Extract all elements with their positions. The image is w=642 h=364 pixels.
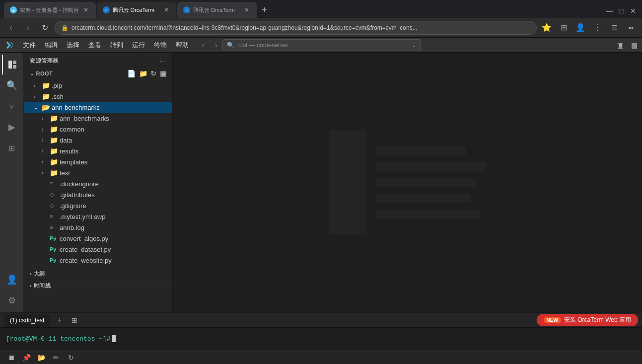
tab-2-close[interactable]: ✕	[162, 6, 170, 14]
dockerignore-label: .dockerignore	[60, 180, 99, 188]
outline-section[interactable]: › 大纲	[24, 268, 172, 280]
extensions-button[interactable]: ⊞	[557, 21, 571, 35]
layout-editor-toggle[interactable]: ▣	[614, 39, 626, 51]
menu-select[interactable]: 选择	[63, 39, 83, 52]
profile-button[interactable]: 👤	[573, 21, 587, 35]
search-forward-button[interactable]: ›	[211, 40, 221, 51]
ann-benchmarks-chevron: ⌄	[34, 105, 42, 110]
terminal-content: [root@VM-0-11-tencentos ~]#	[0, 327, 642, 350]
test-label: test	[60, 169, 70, 177]
new-folder-icon[interactable]: 📁	[139, 70, 148, 77]
gitattributes-icon: ◇	[50, 191, 58, 198]
browser-close[interactable]: ✕	[628, 6, 638, 16]
activity-explorer[interactable]	[2, 55, 22, 74]
placeholder-line-3	[376, 178, 476, 187]
sidebar-more-actions[interactable]: ···	[160, 57, 166, 65]
tab-2[interactable]: ○ 腾讯云 OrcaTerm ✕	[97, 2, 176, 18]
vscode-logo	[2, 38, 18, 52]
activity-settings[interactable]: ⚙	[2, 291, 22, 310]
root-section-header[interactable]: ⌄ ROOT 📄 📁 ↻ ▣	[24, 67, 172, 80]
new-file-icon[interactable]: 📄	[127, 70, 136, 77]
menu-edit[interactable]: 编辑	[41, 39, 62, 52]
search-back-button[interactable]: ‹	[198, 40, 209, 51]
results-label: results	[60, 147, 78, 155]
tab-1-icon: ☁	[10, 6, 17, 13]
tab-3[interactable]: ○ 腾讯云 OrcaTerm ✕	[177, 2, 257, 18]
menu-file[interactable]: 文件	[19, 39, 40, 52]
tree-item-test[interactable]: › 📁 test	[24, 167, 172, 178]
activity-source-control[interactable]: ⑂	[2, 96, 22, 116]
terminal-toolbar-pin[interactable]: 📌	[21, 352, 32, 363]
address-bar[interactable]: 🔒 orcaterm.cloud.tencent.com/terminal?in…	[55, 21, 537, 35]
annblog-icon: ≡	[50, 224, 58, 231]
tree-item-gitignore[interactable]: ◇ .gitignore	[24, 200, 172, 211]
split-terminal-button[interactable]: ⊞	[69, 315, 80, 326]
vscode-search-dropdown[interactable]: ⌄	[412, 42, 417, 49]
tree-item-templates[interactable]: › 📁 templates	[24, 156, 172, 167]
sidebar-toggle[interactable]: ☰	[607, 21, 621, 35]
browser-tab-bar: ☁ 实例 - 云服务器 - 控制台 ✕ ○ 腾讯云 OrcaTerm ✕ ○ 腾…	[0, 0, 642, 18]
tree-item-annblog[interactable]: ≡ annb.log	[24, 222, 172, 233]
browser-minimize[interactable]: —	[604, 6, 614, 16]
tree-item-common[interactable]: › 📁 common	[24, 124, 172, 135]
activity-run[interactable]: ▶	[2, 117, 22, 137]
placeholder-content-block	[376, 146, 486, 219]
convert-algos-icon: Py	[50, 235, 58, 241]
tree-item-ann-benchmarks-sub[interactable]: › 📁 ann_benchmarks	[24, 113, 172, 124]
convert-algos-label: convert_algos.py	[60, 235, 108, 242]
tree-item-results[interactable]: › 📁 results	[24, 146, 172, 156]
nav-refresh-button[interactable]: ↻	[38, 21, 52, 35]
new-tab-button[interactable]: +	[258, 3, 272, 17]
timeline-chevron: ›	[30, 283, 32, 289]
create-website-label: create_website.py	[60, 257, 112, 264]
activity-extensions[interactable]: ⊞	[2, 138, 22, 158]
terminal-toolbar-refresh[interactable]: ↻	[66, 352, 76, 363]
tree-item-ssh[interactable]: › 📁 .ssh	[24, 91, 172, 102]
layout-sidebar-toggle[interactable]: ▤	[628, 39, 640, 51]
collapse-icon[interactable]: ▣	[160, 70, 167, 77]
more-options-button[interactable]: ⋮	[590, 21, 604, 35]
tree-item-dockerignore[interactable]: ≡ .dockerignore	[24, 178, 172, 189]
tree-item-ann-benchmarks[interactable]: ⌄ 📂 ann-benchmarks	[24, 102, 172, 113]
create-dataset-icon: Py	[50, 246, 58, 252]
timeline-section[interactable]: › 时间线	[24, 280, 172, 291]
tab-3-label: 腾讯云 OrcaTerm	[193, 6, 240, 14]
browser-chrome: ☁ 实例 - 云服务器 - 控制台 ✕ ○ 腾讯云 OrcaTerm ✕ ○ 腾…	[0, 0, 642, 38]
tree-item-create-website[interactable]: Py create_website.py	[24, 255, 172, 266]
vscode-search-bar[interactable]: 🔍 root — code-server ⌄	[222, 39, 421, 51]
terminal-toolbar-stop[interactable]: ⏹	[6, 352, 17, 363]
menu-help[interactable]: 帮助	[172, 39, 193, 52]
menu-view[interactable]: 查看	[84, 39, 105, 52]
tab-3-icon: ○	[183, 6, 190, 13]
tree-item-data[interactable]: › 📁 data	[24, 135, 172, 146]
refresh-icon[interactable]: ↻	[150, 70, 157, 77]
tree-item-create-dataset[interactable]: Py create_dataset.py	[24, 244, 172, 255]
tree-item-mytest[interactable]: ≡ .mytest.yml.swp	[24, 211, 172, 222]
terminal-toolbar-file[interactable]: 📂	[36, 352, 47, 363]
menu-run[interactable]: 运行	[128, 39, 149, 52]
tree-item-pip[interactable]: › 📁 .pip	[24, 80, 172, 91]
templates-icon: 📁	[50, 158, 58, 166]
tab-1[interactable]: ☁ 实例 - 云服务器 - 控制台 ✕	[4, 2, 96, 18]
tab-1-close[interactable]: ✕	[82, 6, 90, 14]
nav-back-button[interactable]: ‹	[4, 21, 18, 35]
menu-terminal[interactable]: 终端	[150, 39, 171, 52]
placeholder-line-4	[376, 194, 471, 203]
tree-item-convert-algos[interactable]: Py convert_algos.py	[24, 233, 172, 244]
bookmarks-button[interactable]: ⭐	[540, 21, 554, 35]
tree-item-gitattributes[interactable]: ◇ .gitattributes	[24, 189, 172, 200]
activity-account[interactable]: 👤	[2, 270, 22, 290]
file-tree: ⌄ ROOT 📄 📁 ↻ ▣ › 📁 .pip › 📁 .ssh	[24, 67, 172, 312]
browser-maximize[interactable]: □	[616, 6, 626, 16]
add-terminal-button[interactable]: +	[54, 315, 65, 326]
placeholder-line-5	[376, 210, 481, 219]
terminal-tab[interactable]: (1) csdn_test	[4, 314, 50, 327]
nav-forward-button[interactable]: ›	[21, 21, 35, 35]
terminal-toolbar-edit[interactable]: ✏	[51, 352, 62, 363]
menu-goto[interactable]: 转到	[106, 39, 127, 52]
install-orcaterm-btn[interactable]: NEW 安装 OrcaTerm Web 应用	[537, 314, 638, 326]
activity-search[interactable]: 🔍	[2, 75, 22, 95]
tab-3-close[interactable]: ✕	[243, 6, 251, 14]
test-icon: 📁	[50, 169, 58, 177]
split-view-toggle[interactable]: ▪▪	[624, 21, 638, 35]
